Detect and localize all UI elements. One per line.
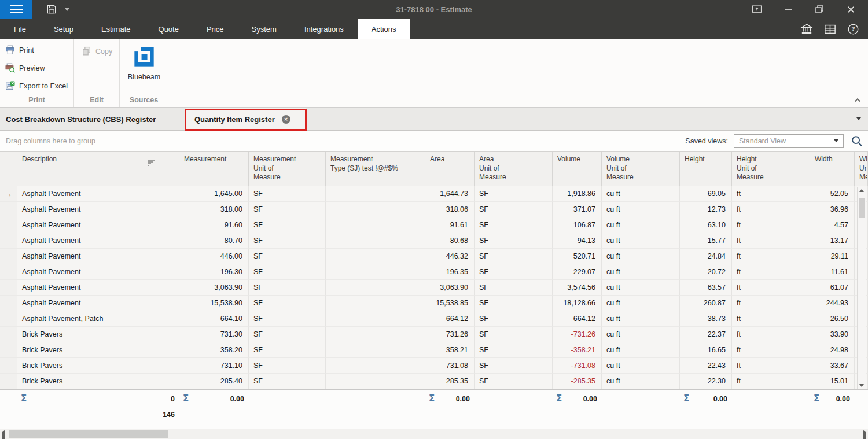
cell-volume[interactable]: 3,574.56 xyxy=(553,280,602,296)
cell-width[interactable]: 15.01 xyxy=(810,374,855,389)
cell-area_uom[interactable]: SF xyxy=(475,358,553,374)
column-header-height_uom[interactable]: Height Unit of Measure xyxy=(732,152,810,186)
cell-measurement_uom[interactable]: SF xyxy=(249,202,326,217)
cell-height_uom[interactable]: ft xyxy=(732,186,810,202)
table-row[interactable]: Asphalt Pavement446.00SF446.32SF520.71cu… xyxy=(0,249,868,264)
cell-area_uom[interactable]: SF xyxy=(475,327,553,342)
cell-measurement_uom[interactable]: SF xyxy=(249,217,326,233)
cell-width[interactable]: 26.50 xyxy=(810,311,855,327)
cell-area[interactable]: 80.68 xyxy=(425,233,475,249)
cell-description[interactable]: Asphalt Pavement xyxy=(17,264,179,280)
column-header-volume_uom[interactable]: Volume Unit of Measure xyxy=(602,152,680,186)
cell-volume[interactable]: 371.07 xyxy=(553,202,602,217)
cell-height[interactable]: 24.84 xyxy=(680,249,732,264)
table-row[interactable]: Asphalt Pavement15,538.90SF15,538.85SF18… xyxy=(0,296,868,311)
save-button[interactable] xyxy=(43,0,60,19)
cell-volume_uom[interactable]: cu ft xyxy=(602,280,680,296)
cell-area[interactable]: 731.08 xyxy=(425,358,475,374)
cell-measurement[interactable]: 731.30 xyxy=(179,327,249,342)
cell-measurement_uom[interactable]: SF xyxy=(249,249,326,264)
copy-button[interactable]: Copy xyxy=(76,45,112,57)
scroll-right-button[interactable] xyxy=(863,432,866,439)
cell-volume[interactable]: 106.87 xyxy=(553,217,602,233)
scroll-left-button[interactable] xyxy=(2,432,5,439)
cell-volume[interactable]: 1,918.86 xyxy=(553,186,602,202)
search-button[interactable] xyxy=(849,134,865,149)
cell-area_uom[interactable]: SF xyxy=(475,233,553,249)
tab-quantity-item-register[interactable]: Quantity Item Register xyxy=(186,108,306,130)
cell-height[interactable]: 15.77 xyxy=(680,233,732,249)
cell-measurement_uom[interactable]: SF xyxy=(249,233,326,249)
cell-volume_uom[interactable]: cu ft xyxy=(602,296,680,311)
menu-item-estimate[interactable]: Estimate xyxy=(87,19,145,39)
cell-volume_uom[interactable]: cu ft xyxy=(602,202,680,217)
cell-measurement[interactable]: 1,645.00 xyxy=(179,186,249,202)
cell-measurement_uom[interactable]: SF xyxy=(249,327,326,342)
sum-measurement[interactable]: Σ0.00 xyxy=(182,394,247,405)
cell-measurement[interactable]: 285.40 xyxy=(179,374,249,389)
menu-item-integrations[interactable]: Integrations xyxy=(290,19,358,39)
column-header-area[interactable]: Area xyxy=(425,152,475,186)
table-row[interactable]: →Asphalt Pavement1,645.00SF1,644.73SF1,9… xyxy=(0,186,868,202)
scroll-down-button[interactable] xyxy=(858,384,866,387)
help-button[interactable]: ? xyxy=(846,22,860,36)
cell-volume_uom[interactable]: cu ft xyxy=(602,249,680,264)
cell-height[interactable]: 20.72 xyxy=(680,264,732,280)
cell-measurement_type[interactable] xyxy=(326,186,425,202)
column-header-width[interactable]: Width xyxy=(810,152,855,186)
cell-measurement[interactable]: 446.00 xyxy=(179,249,249,264)
cell-measurement_type[interactable] xyxy=(326,342,425,358)
cell-area[interactable]: 446.32 xyxy=(425,249,475,264)
menu-item-file[interactable]: File xyxy=(0,19,40,39)
saved-views-select[interactable]: Standard View xyxy=(734,134,844,148)
cell-area[interactable]: 664.12 xyxy=(425,311,475,327)
cell-volume[interactable]: -358.21 xyxy=(553,342,602,358)
cell-area_uom[interactable]: SF xyxy=(475,374,553,389)
cell-measurement[interactable]: 15,538.90 xyxy=(179,296,249,311)
cell-width[interactable]: 33.67 xyxy=(810,358,855,374)
table-row[interactable]: Asphalt Pavement80.70SF80.68SF94.13cu ft… xyxy=(0,233,868,249)
cell-measurement_type[interactable] xyxy=(326,280,425,296)
cell-measurement[interactable]: 80.70 xyxy=(179,233,249,249)
cell-description[interactable]: Brick Pavers xyxy=(17,327,179,342)
column-header-area_uom[interactable]: Area Unit of Measure xyxy=(475,152,553,186)
cell-description[interactable]: Brick Pavers xyxy=(17,374,179,389)
cell-width[interactable]: 29.11 xyxy=(810,249,855,264)
cell-height_uom[interactable]: ft xyxy=(732,327,810,342)
cell-area_uom[interactable]: SF xyxy=(475,217,553,233)
cell-measurement_type[interactable] xyxy=(326,358,425,374)
cell-height_uom[interactable]: ft xyxy=(732,233,810,249)
cell-area_uom[interactable]: SF xyxy=(475,202,553,217)
cell-measurement_type[interactable] xyxy=(326,264,425,280)
cell-width[interactable]: 4.57 xyxy=(810,217,855,233)
cell-area[interactable]: 91.61 xyxy=(425,217,475,233)
cell-volume_uom[interactable]: cu ft xyxy=(602,342,680,358)
cell-measurement_type[interactable] xyxy=(326,217,425,233)
cell-description[interactable]: Brick Pavers xyxy=(17,358,179,374)
cell-description[interactable]: Asphalt Pavement xyxy=(17,217,179,233)
sum-area[interactable]: Σ0.00 xyxy=(428,394,472,405)
cell-height[interactable]: 63.10 xyxy=(680,217,732,233)
table-row[interactable]: Brick Pavers731.10SF731.08SF-731.08cu ft… xyxy=(0,358,868,374)
cell-measurement[interactable]: 3,063.90 xyxy=(179,280,249,296)
cell-volume_uom[interactable]: cu ft xyxy=(602,311,680,327)
cell-area[interactable]: 1,644.73 xyxy=(425,186,475,202)
cell-measurement[interactable]: 664.10 xyxy=(179,311,249,327)
cell-volume_uom[interactable]: cu ft xyxy=(602,374,680,389)
cell-measurement_uom[interactable]: SF xyxy=(249,296,326,311)
table-row[interactable]: Brick Pavers358.20SF358.21SF-358.21cu ft… xyxy=(0,342,868,358)
cell-height[interactable]: 38.73 xyxy=(680,311,732,327)
sum-height[interactable]: Σ0.00 xyxy=(682,394,730,405)
export-to-excel-button[interactable]: Export to Excel xyxy=(0,80,68,92)
column-header-measurement[interactable]: Measurement xyxy=(179,152,249,186)
cell-height[interactable]: 22.37 xyxy=(680,327,732,342)
tab-list-dropdown[interactable] xyxy=(856,117,861,120)
cell-area[interactable]: 196.35 xyxy=(425,264,475,280)
cell-area[interactable]: 285.35 xyxy=(425,374,475,389)
table-row[interactable]: Brick Pavers731.30SF731.26SF-731.26cu ft… xyxy=(0,327,868,342)
cell-measurement[interactable]: 318.00 xyxy=(179,202,249,217)
save-dropdown-caret[interactable] xyxy=(65,8,69,11)
menu-item-system[interactable]: System xyxy=(238,19,290,39)
cell-volume[interactable]: -731.26 xyxy=(553,327,602,342)
cell-measurement_uom[interactable]: SF xyxy=(249,280,326,296)
